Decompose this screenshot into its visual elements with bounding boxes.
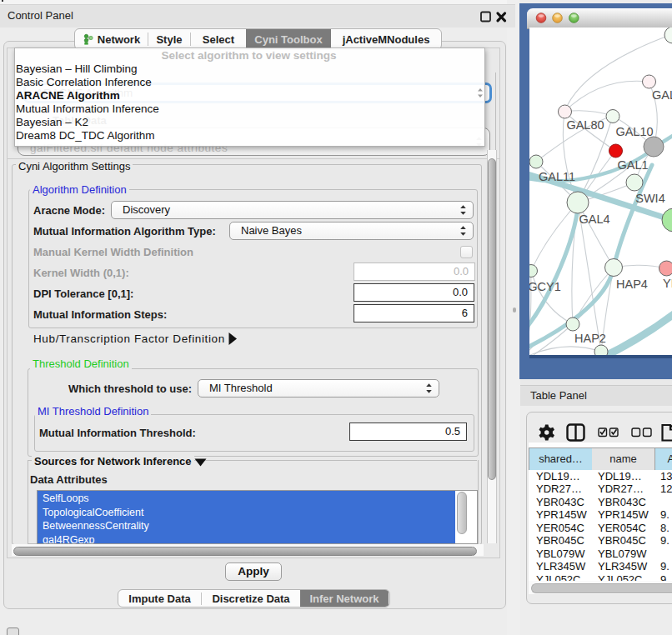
svg-text:GCY1: GCY1 xyxy=(529,280,561,293)
svg-text:HAP4: HAP4 xyxy=(616,278,648,291)
svg-text:GAL7: GAL7 xyxy=(652,88,672,102)
svg-text:GAL4: GAL4 xyxy=(579,212,609,226)
svg-text:GAL80: GAL80 xyxy=(566,118,604,132)
svg-text:GAL1: GAL1 xyxy=(617,158,648,172)
svg-text:SWI4: SWI4 xyxy=(635,192,664,205)
svg-text:GAL11: GAL11 xyxy=(539,170,575,183)
svg-text:GAL10: GAL10 xyxy=(615,125,653,138)
svg-text:YM: YM xyxy=(663,277,672,290)
svg-text:HAP2: HAP2 xyxy=(574,332,606,345)
